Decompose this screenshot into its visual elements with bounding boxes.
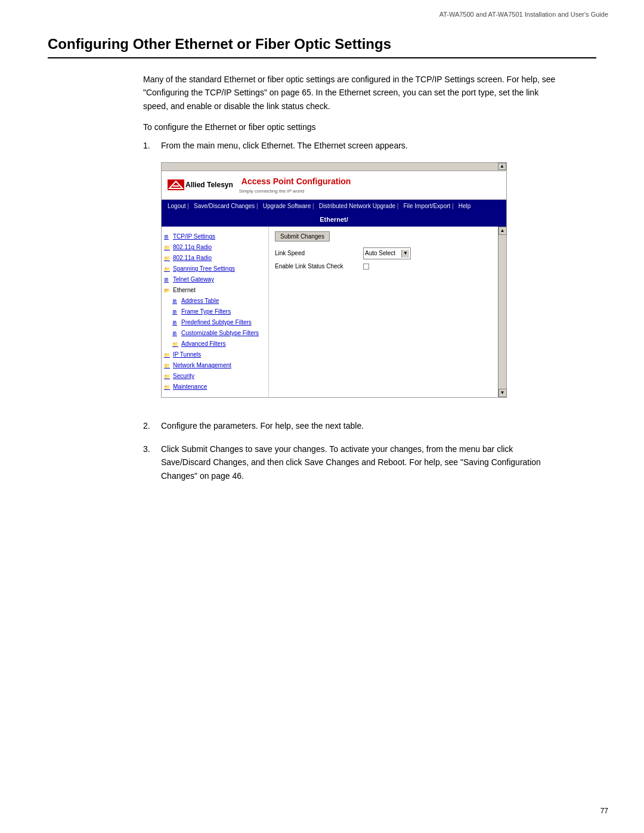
link-speed-select[interactable]: Auto Select ▼ (363, 247, 411, 259)
nav-save[interactable]: Save/Discard Changes (191, 201, 261, 212)
nav-address-table[interactable]: 🖹 Address Table (172, 296, 266, 306)
ss-app-title: Access Point Configuration (242, 175, 351, 188)
link-status-label: Enable Link Status Check (275, 262, 358, 271)
nav-help[interactable]: Help (456, 201, 473, 212)
nav-distributed[interactable]: Distributed Network Upgrade (317, 201, 401, 212)
step-2-num: 2. (143, 419, 161, 432)
chapter-title: Configuring Other Ethernet or Fiber Opti… (48, 36, 596, 58)
svg-marker-0 (169, 181, 182, 188)
folder-icon-spanning: 📁 (164, 266, 171, 272)
doc-icon-address: 🖹 (172, 298, 179, 304)
page-header: AT-WA7500 and AT-WA7501 Installation and… (0, 0, 644, 18)
folder-icon-advanced: 📁 (172, 341, 179, 347)
doc-icon-predefined: 🖹 (172, 320, 179, 326)
nav-customizable-filters[interactable]: 🖹 Customizable Subtype Filters (172, 328, 266, 339)
ss-right-scrollbar: ▲ ▼ (498, 227, 506, 397)
nav-file-import[interactable]: File Import/Export (401, 201, 456, 212)
ss-subtitle: Simply connecting the IP world (239, 188, 351, 196)
folder-icon-maintenance: 📁 (164, 384, 171, 390)
folder-icon-80211g: 📁 (164, 244, 171, 250)
step-2: 2. Configure the parameters. For help, s… (143, 419, 561, 432)
step-3-num: 3. (143, 442, 161, 482)
link-status-row: Enable Link Status Check (275, 262, 492, 271)
link-speed-row: Link Speed Auto Select ▼ (275, 247, 492, 259)
nav-network-mgmt[interactable]: 📁 Network Management (164, 360, 266, 371)
step-1-text: From the main menu, click Ethernet. The … (161, 139, 507, 410)
scroll-down-btn[interactable]: ▼ (499, 389, 507, 397)
step-1: 1. From the main menu, click Ethernet. T… (143, 139, 561, 410)
page-number: 77 (600, 807, 608, 815)
folder-icon-iptunnels: 📁 (164, 352, 171, 358)
ss-left-nav: 🖹 TCP/IP Settings 📁 802.11g Radio 📁 802.… (162, 227, 269, 397)
ss-right-content: Submit Changes Link Speed Auto Select ▼ (269, 227, 498, 397)
doc-icon-frame: 🖹 (172, 309, 179, 315)
ethernet-screenshot: ▲ (161, 162, 507, 398)
intro-paragraph: Many of the standard Ethernet or fiber o… (143, 73, 561, 113)
submit-changes-button[interactable]: Submit Changes (275, 231, 330, 241)
select-arrow-icon: ▼ (401, 250, 409, 258)
nav-80211a[interactable]: 📁 802.11a Radio (164, 253, 266, 264)
ss-main-area: 🖹 TCP/IP Settings 📁 802.11g Radio 📁 802.… (162, 227, 506, 397)
steps-list: To configure the Ethernet or fiber optic… (143, 122, 561, 482)
scroll-up-btn[interactable]: ▲ (499, 227, 507, 235)
doc-icon-telnet: 🖹 (164, 277, 171, 283)
nav-advanced-filters[interactable]: 📁 Advanced Filters (172, 339, 266, 349)
doc-icon-tcpip: 🖹 (164, 234, 171, 240)
nav-spanning-tree[interactable]: 📁 Spanning Tree Settings (164, 264, 266, 274)
ss-navbar: Logout Save/Discard Changes Upgrade Soft… (162, 200, 506, 213)
nav-logout[interactable]: Logout (165, 201, 191, 212)
nav-predefined-filters[interactable]: 🖹 Predefined Subtype Filters (172, 317, 266, 328)
doc-icon-customizable: 🖹 (172, 330, 179, 336)
ss-logo: Allied Telesyn Access Point Configuratio… (168, 175, 351, 196)
ss-header: Allied Telesyn Access Point Configuratio… (162, 171, 506, 200)
step-3-text: Click Submit Changes to save your change… (161, 442, 561, 482)
ss-scroll-up[interactable]: ▲ (498, 163, 506, 170)
step-1-num: 1. (143, 139, 161, 410)
nav-telnet[interactable]: 🖹 Telnet Gateway (164, 274, 266, 285)
ss-logo-text: Allied Telesyn (185, 179, 233, 191)
folder-open-icon-ethernet: 📂 (164, 287, 171, 293)
nav-ip-tunnels[interactable]: 📁 IP Tunnels (164, 349, 266, 360)
nav-frame-filters[interactable]: 🖹 Frame Type Filters (172, 306, 266, 317)
nav-maintenance[interactable]: 📁 Maintenance (164, 382, 266, 392)
step-2-text: Configure the parameters. For help, see … (161, 419, 364, 432)
folder-icon-80211a: 📁 (164, 255, 171, 261)
nav-upgrade[interactable]: Upgrade Software (261, 201, 317, 212)
folder-icon-security: 📁 (164, 373, 171, 379)
nav-ethernet[interactable]: 📂 Ethernet (164, 285, 266, 296)
ss-top-scrollbar: ▲ (162, 163, 506, 171)
step-3: 3. Click Submit Changes to save your cha… (143, 442, 561, 482)
nav-tcpip[interactable]: 🖹 TCP/IP Settings (164, 231, 266, 242)
header-text: AT-WA7500 and AT-WA7501 Installation and… (439, 11, 608, 18)
folder-icon-netmgmt: 📁 (164, 363, 171, 368)
nav-security[interactable]: 📁 Security (164, 371, 266, 382)
link-status-checkbox[interactable] (363, 264, 369, 270)
nav-80211g[interactable]: 📁 802.11g Radio (164, 242, 266, 253)
link-speed-label: Link Speed (275, 249, 358, 258)
step-intro: To configure the Ethernet or fiber optic… (143, 122, 561, 132)
ss-page-title: Ethernet/ (162, 213, 506, 227)
